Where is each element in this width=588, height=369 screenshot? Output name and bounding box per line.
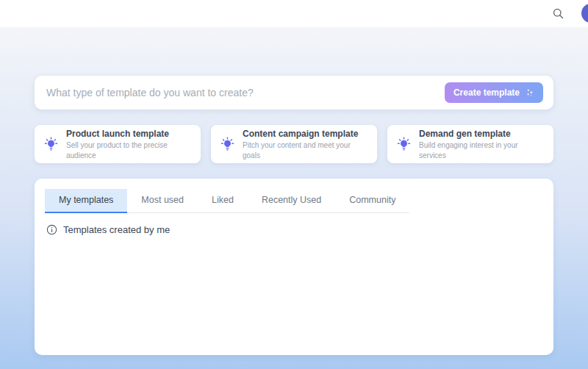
suggestion-cards: Product launch template Sell your produc… — [35, 125, 553, 163]
info-icon — [46, 224, 57, 235]
card-title: Product launch template — [66, 128, 192, 140]
card-content-campaign[interactable]: Content campaign template Pitch your con… — [211, 125, 377, 163]
card-subtitle: Build engaging interest in your services — [419, 140, 545, 160]
lightbulb-icon — [220, 137, 235, 152]
create-template-label: Create template — [453, 87, 520, 98]
empty-state-message: Templates created by me — [63, 224, 170, 235]
templates-panel: My templates Most used Liked Recently Us… — [35, 179, 553, 355]
create-template-button[interactable]: Create template — [445, 82, 543, 103]
lightbulb-icon — [43, 137, 59, 152]
card-subtitle: Sell your product to the precise audienc… — [66, 140, 192, 160]
template-prompt-input[interactable] — [46, 87, 445, 98]
tab-community[interactable]: Community — [335, 189, 409, 213]
tab-my-templates[interactable]: My templates — [45, 189, 127, 213]
tab-most-used[interactable]: Most used — [127, 189, 198, 213]
templates-tabbar: My templates Most used Liked Recently Us… — [45, 189, 409, 213]
card-text: Product launch template Sell your produc… — [66, 128, 192, 160]
lightbulb-icon — [396, 137, 412, 152]
avatar[interactable] — [581, 4, 588, 23]
card-product-launch[interactable]: Product launch template Sell your produc… — [35, 125, 201, 163]
card-text: Demand gen template Build engaging inter… — [419, 128, 545, 160]
template-prompt-panel: Create template — [35, 76, 553, 110]
card-title: Content campaign template — [243, 128, 368, 140]
card-text: Content campaign template Pitch your con… — [243, 128, 368, 160]
card-subtitle: Pitch your content and meet your goals — [243, 140, 368, 160]
topbar — [0, 0, 588, 27]
sparkles-icon — [525, 88, 534, 98]
card-demand-gen[interactable]: Demand gen template Build engaging inter… — [387, 125, 553, 163]
card-title: Demand gen template — [419, 128, 545, 140]
tab-recently-used[interactable]: Recently Used — [248, 189, 335, 213]
tab-liked[interactable]: Liked — [198, 189, 248, 213]
empty-state-row: Templates created by me — [45, 224, 543, 235]
search-icon[interactable] — [548, 4, 567, 24]
main-content: Create template — [0, 27, 588, 369]
